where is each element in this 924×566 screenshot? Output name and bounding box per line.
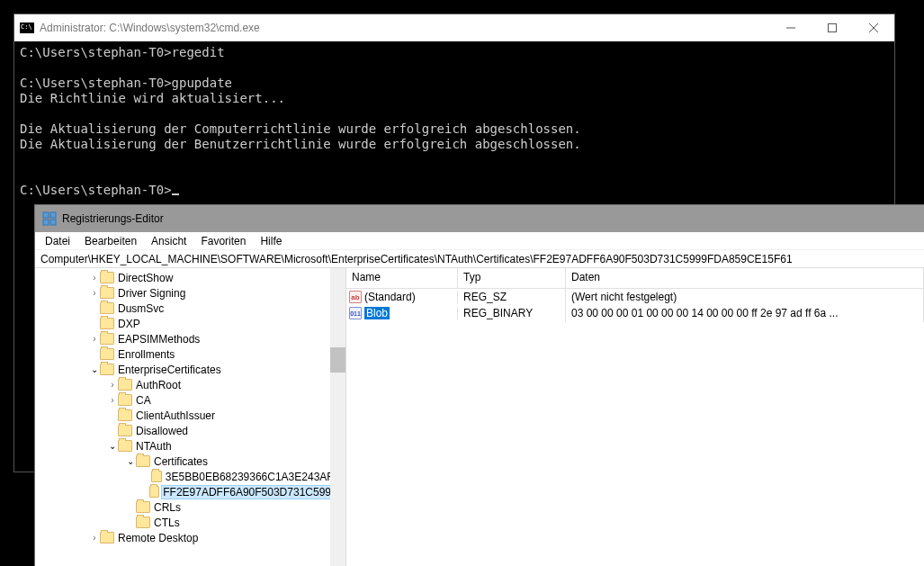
tree-label: NTAuth: [136, 440, 172, 453]
regedit-address-bar[interactable]: Computer\HKEY_LOCAL_MACHINE\SOFTWARE\Mic…: [35, 249, 924, 268]
col-header-type[interactable]: Typ: [458, 268, 566, 288]
folder-icon: [136, 517, 150, 528]
tree-item[interactable]: FF2E97ADFF6A90F503D731C5999F: [35, 484, 345, 499]
regedit-window: Registrierungs-Editor Datei Bearbeiten A…: [34, 204, 924, 566]
tree-item[interactable]: ›CA: [35, 392, 345, 408]
tree-label: 3E5BB0EB68239366C1A3E243AF25: [166, 471, 345, 483]
maximize-button[interactable]: [812, 14, 853, 41]
tree-scrollbar[interactable]: [330, 268, 345, 566]
folder-icon: [100, 348, 114, 360]
tree-label: Enrollments: [118, 348, 175, 361]
folder-icon: [151, 471, 162, 482]
chevron-down-icon[interactable]: ⌄: [107, 441, 118, 451]
minimize-button[interactable]: [770, 14, 812, 41]
folder-icon: [100, 318, 114, 329]
chevron-down-icon[interactable]: ⌄: [89, 364, 100, 374]
tree-label: DirectShow: [118, 272, 173, 284]
tree-label: AuthRoot: [136, 379, 181, 391]
folder-icon: [100, 364, 114, 375]
regedit-titlebar[interactable]: Registrierungs-Editor: [35, 205, 924, 232]
menu-file[interactable]: Datei: [42, 235, 73, 247]
tree-item[interactable]: ›AuthRoot: [35, 377, 345, 392]
tree-item[interactable]: 3E5BB0EB68239366C1A3E243AF25: [35, 469, 345, 484]
tree-item[interactable]: ›Remote Desktop: [35, 530, 345, 545]
chevron-right-icon[interactable]: ›: [89, 533, 100, 543]
col-header-data[interactable]: Daten: [566, 268, 924, 288]
folder-icon: [136, 455, 150, 467]
chevron-right-icon[interactable]: ›: [89, 334, 100, 344]
cmd-output[interactable]: C:\Users\stephan-T0>regedit C:\Users\ste…: [14, 41, 894, 202]
menu-favorites[interactable]: Favoriten: [198, 235, 248, 247]
tree-item[interactable]: CTLs: [35, 515, 345, 530]
tree-label: DusmSvc: [118, 302, 164, 315]
svg-rect-1: [829, 24, 837, 32]
tree-label: EAPSIMMethods: [118, 333, 200, 346]
tree-label: Driver Signing: [118, 287, 185, 300]
folder-icon: [118, 440, 132, 452]
folder-icon: [136, 501, 150, 513]
tree-label: FF2E97ADFF6A90F503D731C5999F: [161, 485, 345, 499]
regedit-address: Computer\HKEY_LOCAL_MACHINE\SOFTWARE\Mic…: [40, 253, 793, 265]
tree-item[interactable]: Enrollments: [35, 346, 345, 362]
folder-icon: [149, 486, 159, 498]
tree-label: CRLs: [154, 501, 181, 514]
regedit-value-list[interactable]: Name Typ Daten ab(Standard)REG_SZ(Wert n…: [346, 268, 924, 566]
folder-icon: [118, 379, 132, 391]
folder-icon: [100, 287, 114, 299]
tree-label: CTLs: [154, 517, 180, 529]
svg-rect-7: [50, 220, 56, 225]
cmd-title: Administrator: C:\Windows\system32\cmd.e…: [40, 22, 770, 34]
value-type: REG_SZ: [458, 288, 566, 306]
binary-value-icon: 011: [349, 307, 362, 319]
tree-item[interactable]: ›Driver Signing: [35, 285, 345, 301]
tree-label: Remote Desktop: [118, 532, 198, 544]
tree-label: CA: [136, 394, 151, 407]
tree-item[interactable]: ›DirectShow: [35, 270, 345, 285]
chevron-right-icon[interactable]: ›: [89, 273, 100, 283]
folder-icon: [118, 394, 132, 406]
menu-edit[interactable]: Bearbeiten: [82, 235, 139, 247]
tree-scroll-thumb[interactable]: [330, 347, 345, 373]
chevron-down-icon[interactable]: ⌄: [125, 456, 136, 466]
tree-item[interactable]: ⌄Certificates: [35, 454, 345, 469]
svg-rect-6: [43, 220, 49, 225]
regedit-tree[interactable]: ›DirectShow›Driver SigningDusmSvcDXP›EAP…: [35, 268, 346, 566]
folder-icon: [100, 333, 114, 345]
folder-icon: [100, 532, 114, 544]
value-row[interactable]: ab(Standard)REG_SZ(Wert nicht festgelegt…: [346, 289, 924, 305]
chevron-right-icon[interactable]: ›: [107, 395, 118, 405]
regedit-menubar: Datei Bearbeiten Ansicht Favoriten Hilfe: [35, 232, 924, 249]
folder-icon: [118, 425, 132, 436]
value-name: (Standard): [364, 291, 416, 303]
tree-item[interactable]: DXP: [35, 316, 345, 331]
list-header: Name Typ Daten: [346, 268, 924, 289]
svg-rect-4: [43, 212, 49, 218]
tree-item[interactable]: ⌄NTAuth: [35, 438, 345, 454]
menu-help[interactable]: Hilfe: [257, 235, 284, 247]
tree-label: EnterpriseCertificates: [118, 364, 221, 376]
svg-rect-5: [50, 212, 56, 218]
folder-icon: [100, 302, 114, 314]
value-type: REG_BINARY: [458, 304, 566, 322]
tree-item[interactable]: ›EAPSIMMethods: [35, 331, 345, 346]
tree-item[interactable]: ⌄EnterpriseCertificates: [35, 362, 345, 377]
value-data: 03 00 00 00 01 00 00 00 14 00 00 00 ff 2…: [566, 304, 924, 322]
regedit-icon: [42, 211, 57, 226]
tree-label: Certificates: [154, 455, 208, 468]
chevron-right-icon[interactable]: ›: [89, 288, 100, 298]
cmd-icon: [20, 22, 34, 33]
tree-item[interactable]: DusmSvc: [35, 301, 345, 316]
tree-item[interactable]: CRLs: [35, 499, 345, 515]
cmd-titlebar[interactable]: Administrator: C:\Windows\system32\cmd.e…: [14, 14, 894, 41]
regedit-title: Registrierungs-Editor: [62, 212, 164, 225]
col-header-name[interactable]: Name: [346, 268, 458, 288]
tree-label: ClientAuthIssuer: [136, 409, 215, 422]
menu-view[interactable]: Ansicht: [148, 235, 189, 247]
string-value-icon: ab: [349, 291, 362, 303]
close-button[interactable]: [853, 14, 894, 41]
tree-label: DXP: [118, 318, 140, 330]
tree-item[interactable]: ClientAuthIssuer: [35, 408, 345, 423]
chevron-right-icon[interactable]: ›: [107, 380, 118, 390]
value-row[interactable]: 011BlobREG_BINARY03 00 00 00 01 00 00 00…: [346, 305, 924, 321]
tree-item[interactable]: Disallowed: [35, 423, 345, 438]
